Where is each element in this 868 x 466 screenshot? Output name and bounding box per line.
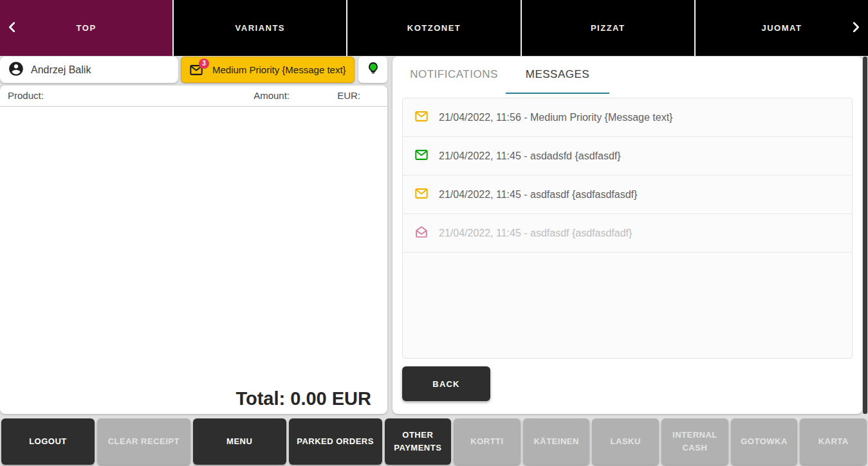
vertical-scrollbar[interactable]: [863, 57, 867, 414]
amount-column-header: Amount:: [254, 90, 290, 101]
message-row[interactable]: 21/04/2022, 11:45 - asdadsfd {asdfasdf}: [403, 137, 852, 175]
category-tab-variants[interactable]: VARIANTS: [174, 0, 346, 56]
account-icon: [8, 60, 24, 80]
envelope-closed-icon: 3: [189, 63, 203, 77]
message-text: 21/04/2022, 11:45 - asdfasdf {asdfasdfas…: [439, 189, 637, 201]
bottom-action-bar: LOGOUTCLEAR RECEIPTMENUPARKED ORDERSOTHE…: [0, 417, 868, 466]
category-tab-juomat[interactable]: JUOMAT: [696, 0, 868, 56]
category-tab-pizzat[interactable]: PIZZAT: [522, 0, 694, 56]
category-tab-label: JUOMAT: [761, 23, 802, 33]
priority-message-button[interactable]: 3 Medium Priority {Message text}: [181, 57, 355, 83]
receipt-total: Total: 0.00 EUR: [235, 388, 371, 409]
panel-tab-bar: NOTIFICATIONSMESSAGES: [392, 57, 862, 94]
scroll-tabs-right-icon[interactable]: [849, 20, 863, 34]
category-tab-label: VARIANTS: [235, 23, 285, 33]
message-row[interactable]: 21/04/2022, 11:56 - Medium Priority {Mes…: [403, 98, 852, 137]
category-tab-label: PIZZAT: [591, 23, 625, 33]
message-text: 21/04/2022, 11:45 - asdadsfd {asdfasdf}: [439, 150, 621, 162]
clear-receipt-button[interactable]: CLEAR RECEIPT: [97, 418, 190, 465]
other-payments-button[interactable]: OTHER PAYMENTS: [385, 418, 452, 465]
category-tab-top[interactable]: TOP: [0, 0, 172, 56]
eur-column-header: EUR:: [337, 90, 360, 101]
product-column-header: Product:: [8, 90, 44, 101]
unread-count-badge: 3: [199, 58, 209, 69]
message-text: 21/04/2022, 11:56 - Medium Priority {Mes…: [439, 112, 672, 123]
logout-button[interactable]: LOGOUT: [1, 418, 95, 465]
logged-in-user-card[interactable]: Andrzej Balik: [0, 57, 178, 83]
parked-orders-button[interactable]: PARKED ORDERS: [289, 418, 382, 465]
category-tab-label: TOP: [77, 23, 97, 33]
category-tab-label: KOTZONET: [407, 23, 461, 33]
envelope-closed-icon: [414, 148, 429, 165]
user-name: Andrzej Balik: [31, 64, 91, 76]
message-row[interactable]: 21/04/2022, 11:45 - asdfasdf {asdfasdfas…: [403, 175, 852, 214]
message-list: 21/04/2022, 11:56 - Medium Priority {Mes…: [402, 98, 853, 359]
gotowka-button[interactable]: GOTOWKA: [731, 418, 798, 465]
tab-messages[interactable]: MESSAGES: [506, 57, 609, 94]
back-button[interactable]: BACK: [402, 366, 490, 401]
scroll-tabs-left-icon[interactable]: [5, 20, 19, 34]
envelope-closed-icon: [414, 186, 429, 203]
receipt-column-headers: Product: Amount: EUR:: [0, 85, 387, 107]
kateinen-button[interactable]: KÄTEINEN: [523, 418, 590, 465]
receipt-panel: Product: Amount: EUR: Total: 0.00 EUR: [0, 85, 387, 414]
category-tab-bar: TOPVARIANTSKOTZONETPIZZATJUOMAT: [0, 0, 868, 56]
lasku-button[interactable]: LASKU: [592, 418, 659, 465]
lightbulb-button[interactable]: [358, 57, 387, 83]
internal-cash-button[interactable]: INTERNAL CASH: [661, 418, 728, 465]
notifications-messages-panel: NOTIFICATIONSMESSAGES 21/04/2022, 11:56 …: [392, 57, 862, 414]
envelope-closed-icon: [414, 109, 429, 126]
lightbulb-icon: [365, 61, 381, 78]
envelope-open-icon: [414, 225, 429, 242]
message-text: 21/04/2022, 11:45 - asdfasdf {asdfasdfad…: [439, 228, 632, 239]
karta-button[interactable]: KARTA: [800, 418, 867, 465]
priority-message-label: Medium Priority {Message text}: [212, 64, 346, 75]
category-tab-kotzonet[interactable]: KOTZONET: [347, 0, 520, 56]
message-row[interactable]: 21/04/2022, 11:45 - asdfasdf {asdfasdfad…: [403, 214, 852, 253]
menu-button[interactable]: MENU: [193, 418, 286, 465]
kortti-button[interactable]: KORTTI: [454, 418, 521, 465]
tab-notifications[interactable]: NOTIFICATIONS: [402, 57, 506, 94]
